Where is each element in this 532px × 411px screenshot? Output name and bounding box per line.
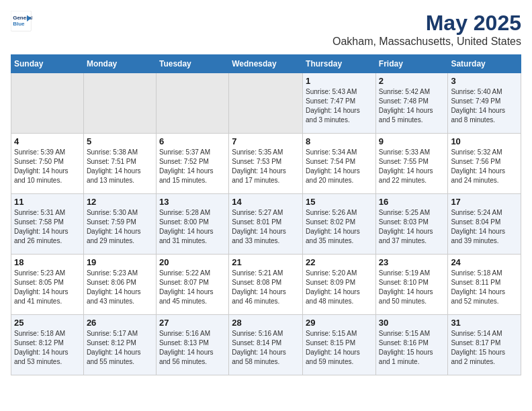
day-info: Sunrise: 5:25 AM Sunset: 8:03 PM Dayligh… [379,208,445,246]
weekday-header-thursday: Thursday [303,55,376,73]
calendar-cell: 15Sunrise: 5:26 AM Sunset: 8:02 PM Dayli… [303,194,376,255]
day-number: 29 [306,318,373,328]
day-info: Sunrise: 5:30 AM Sunset: 7:59 PM Dayligh… [87,208,153,246]
day-info: Sunrise: 5:23 AM Sunset: 8:06 PM Dayligh… [87,269,153,306]
day-number: 20 [159,257,226,267]
calendar-week-row: 25Sunrise: 5:18 AM Sunset: 8:12 PM Dayli… [11,315,521,375]
day-number: 16 [379,197,445,207]
day-info: Sunrise: 5:31 AM Sunset: 7:58 PM Dayligh… [14,208,81,246]
weekday-header-wednesday: Wednesday [229,55,303,73]
day-number: 1 [306,76,373,86]
day-number: 19 [87,257,153,267]
day-info: Sunrise: 5:28 AM Sunset: 8:00 PM Dayligh… [159,208,226,246]
day-info: Sunrise: 5:40 AM Sunset: 7:49 PM Dayligh… [451,87,518,125]
page-header: General Blue May 2025 Oakham, Massachuse… [11,11,521,48]
calendar-cell [229,73,303,134]
calendar-cell: 8Sunrise: 5:34 AM Sunset: 7:54 PM Daylig… [303,134,376,194]
calendar-cell: 14Sunrise: 5:27 AM Sunset: 8:01 PM Dayli… [229,194,303,255]
day-number: 6 [159,136,226,146]
day-number: 4 [14,136,81,146]
day-info: Sunrise: 5:43 AM Sunset: 7:47 PM Dayligh… [306,87,373,125]
calendar-table: SundayMondayTuesdayWednesdayThursdayFrid… [11,54,521,375]
calendar-cell: 10Sunrise: 5:32 AM Sunset: 7:56 PM Dayli… [448,134,521,194]
calendar-week-row: 4Sunrise: 5:39 AM Sunset: 7:50 PM Daylig… [11,134,521,194]
day-info: Sunrise: 5:22 AM Sunset: 8:07 PM Dayligh… [159,269,226,306]
calendar-cell: 19Sunrise: 5:23 AM Sunset: 8:06 PM Dayli… [83,255,156,315]
logo: General Blue [11,11,32,32]
calendar-cell: 3Sunrise: 5:40 AM Sunset: 7:49 PM Daylig… [448,73,521,134]
day-info: Sunrise: 5:14 AM Sunset: 8:17 PM Dayligh… [451,329,518,367]
day-number: 15 [306,197,373,207]
weekday-header-saturday: Saturday [448,55,521,73]
calendar-cell: 11Sunrise: 5:31 AM Sunset: 7:58 PM Dayli… [11,194,84,255]
svg-text:Blue: Blue [13,21,25,27]
day-info: Sunrise: 5:39 AM Sunset: 7:50 PM Dayligh… [14,148,81,185]
day-info: Sunrise: 5:33 AM Sunset: 7:55 PM Dayligh… [379,148,445,185]
calendar-cell: 24Sunrise: 5:18 AM Sunset: 8:11 PM Dayli… [448,255,521,315]
calendar-cell: 2Sunrise: 5:42 AM Sunset: 7:48 PM Daylig… [375,73,448,134]
day-number: 30 [379,318,445,328]
calendar-title: May 2025 [332,11,521,36]
day-info: Sunrise: 5:35 AM Sunset: 7:53 PM Dayligh… [232,148,300,185]
day-number: 26 [87,318,153,328]
calendar-cell [156,73,228,134]
day-number: 17 [451,197,518,207]
calendar-cell: 16Sunrise: 5:25 AM Sunset: 8:03 PM Dayli… [375,194,448,255]
calendar-cell: 20Sunrise: 5:22 AM Sunset: 8:07 PM Dayli… [156,255,228,315]
weekday-header-sunday: Sunday [11,55,84,73]
day-number: 24 [451,257,518,267]
day-info: Sunrise: 5:42 AM Sunset: 7:48 PM Dayligh… [379,87,445,125]
weekday-header-tuesday: Tuesday [156,55,228,73]
day-info: Sunrise: 5:18 AM Sunset: 8:11 PM Dayligh… [451,269,518,306]
day-number: 9 [379,136,445,146]
calendar-week-row: 11Sunrise: 5:31 AM Sunset: 7:58 PM Dayli… [11,194,521,255]
calendar-cell: 29Sunrise: 5:15 AM Sunset: 8:15 PM Dayli… [303,315,376,375]
day-info: Sunrise: 5:16 AM Sunset: 8:13 PM Dayligh… [159,329,226,367]
day-info: Sunrise: 5:26 AM Sunset: 8:02 PM Dayligh… [306,208,373,246]
day-number: 11 [14,197,81,207]
day-number: 5 [87,136,153,146]
day-number: 10 [451,136,518,146]
calendar-cell: 26Sunrise: 5:17 AM Sunset: 8:12 PM Dayli… [83,315,156,375]
day-info: Sunrise: 5:34 AM Sunset: 7:54 PM Dayligh… [306,148,373,185]
calendar-cell: 31Sunrise: 5:14 AM Sunset: 8:17 PM Dayli… [448,315,521,375]
day-number: 23 [379,257,445,267]
calendar-week-row: 1Sunrise: 5:43 AM Sunset: 7:47 PM Daylig… [11,73,521,134]
calendar-cell: 5Sunrise: 5:38 AM Sunset: 7:51 PM Daylig… [83,134,156,194]
day-info: Sunrise: 5:37 AM Sunset: 7:52 PM Dayligh… [159,148,226,185]
day-number: 7 [232,136,300,146]
logo-icon: General Blue [11,11,32,32]
day-number: 22 [306,257,373,267]
day-number: 13 [159,197,226,207]
calendar-cell: 22Sunrise: 5:20 AM Sunset: 8:09 PM Dayli… [303,255,376,315]
day-number: 8 [306,136,373,146]
day-info: Sunrise: 5:21 AM Sunset: 8:08 PM Dayligh… [232,269,300,306]
day-info: Sunrise: 5:18 AM Sunset: 8:12 PM Dayligh… [14,329,81,367]
day-info: Sunrise: 5:27 AM Sunset: 8:01 PM Dayligh… [232,208,300,246]
calendar-cell: 4Sunrise: 5:39 AM Sunset: 7:50 PM Daylig… [11,134,84,194]
day-info: Sunrise: 5:16 AM Sunset: 8:14 PM Dayligh… [232,329,300,367]
calendar-cell: 28Sunrise: 5:16 AM Sunset: 8:14 PM Dayli… [229,315,303,375]
day-info: Sunrise: 5:38 AM Sunset: 7:51 PM Dayligh… [87,148,153,185]
calendar-cell [11,73,84,134]
calendar-cell: 13Sunrise: 5:28 AM Sunset: 8:00 PM Dayli… [156,194,228,255]
day-number: 27 [159,318,226,328]
day-info: Sunrise: 5:19 AM Sunset: 8:10 PM Dayligh… [379,269,445,306]
day-info: Sunrise: 5:15 AM Sunset: 8:16 PM Dayligh… [379,329,445,367]
weekday-header-monday: Monday [83,55,156,73]
calendar-cell: 7Sunrise: 5:35 AM Sunset: 7:53 PM Daylig… [229,134,303,194]
calendar-week-row: 18Sunrise: 5:23 AM Sunset: 8:05 PM Dayli… [11,255,521,315]
title-area: May 2025 Oakham, Massachusetts, United S… [332,11,521,48]
calendar-cell: 9Sunrise: 5:33 AM Sunset: 7:55 PM Daylig… [375,134,448,194]
calendar-cell: 30Sunrise: 5:15 AM Sunset: 8:16 PM Dayli… [375,315,448,375]
calendar-cell: 1Sunrise: 5:43 AM Sunset: 7:47 PM Daylig… [303,73,376,134]
day-info: Sunrise: 5:20 AM Sunset: 8:09 PM Dayligh… [306,269,373,306]
day-info: Sunrise: 5:15 AM Sunset: 8:15 PM Dayligh… [306,329,373,367]
day-info: Sunrise: 5:23 AM Sunset: 8:05 PM Dayligh… [14,269,81,306]
calendar-subtitle: Oakham, Massachusetts, United States [332,36,521,48]
calendar-cell: 6Sunrise: 5:37 AM Sunset: 7:52 PM Daylig… [156,134,228,194]
calendar-cell: 23Sunrise: 5:19 AM Sunset: 8:10 PM Dayli… [375,255,448,315]
calendar-cell: 21Sunrise: 5:21 AM Sunset: 8:08 PM Dayli… [229,255,303,315]
weekday-header-friday: Friday [375,55,448,73]
day-number: 21 [232,257,300,267]
